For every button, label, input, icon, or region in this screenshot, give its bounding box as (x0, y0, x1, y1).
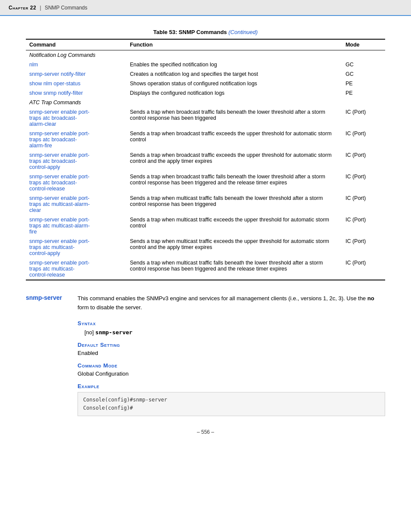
table-section-row: Notification Log Commands (26, 50, 385, 60)
table-row: show snmp notify-filterDisplays the conf… (26, 88, 385, 98)
command-cell: snmp-server enable port-traps atc broadc… (26, 129, 127, 150)
mode-heading: Command Mode (78, 362, 385, 369)
table-row: snmp-server enable port-traps atc broadc… (26, 107, 385, 129)
mode-cell: IC (Port) (342, 236, 385, 258)
command-cell: show snmp notify-filter (26, 88, 127, 98)
mode-cell: PE (342, 79, 385, 88)
header-separator: | (40, 4, 41, 11)
table-row: snmp-server notify-filterCreates a notif… (26, 69, 385, 79)
section-label: Notification Log Commands (26, 50, 385, 60)
mode-cell: IC (Port) (342, 150, 385, 172)
table-row: snmp-server enable port-traps atc multic… (26, 215, 385, 236)
snmp-server-section: snmp-server This command enables the SNM… (26, 294, 385, 416)
mode-cell: IC (Port) (342, 129, 385, 150)
table-row: snmp-server enable port-traps atc multic… (26, 236, 385, 258)
table-title-continued: (Continued) (228, 29, 258, 35)
command-cell: snmp-server enable port-traps atc multic… (26, 236, 127, 258)
syntax-block: [no] snmp-server (84, 329, 385, 336)
snmp-server-body: This command enables the SNMPv3 engine a… (78, 294, 385, 416)
syntax-command: snmp-server (95, 329, 132, 336)
syntax-optional: [no] (84, 329, 94, 336)
table-header-row: Command Function Mode (26, 39, 385, 50)
table-row: snmp-server enable port-traps atc multic… (26, 258, 385, 280)
table-row: snmp-server enable port-traps atc broadc… (26, 129, 385, 150)
example-heading: Example (78, 383, 385, 389)
section-label: ATC Trap Commands (26, 98, 385, 107)
table-title-bold: Table 53: SNMP Commands (153, 29, 227, 35)
mode-cell: IC (Port) (342, 193, 385, 215)
command-link[interactable]: snmp-server enable port-traps atc broadc… (29, 152, 90, 170)
function-cell: Creates a notification log and specifies… (127, 69, 342, 79)
col-header-function: Function (127, 39, 342, 50)
chapter-label: Chapter 22 (9, 5, 36, 11)
command-cell: snmp-server enable port-traps atc broadc… (26, 172, 127, 193)
command-cell: show nlm oper-status (26, 79, 127, 88)
command-link[interactable]: snmp-server notify-filter (29, 71, 86, 77)
table-row: nlmEnables the specified notification lo… (26, 60, 385, 69)
desc-bold: no (367, 295, 374, 302)
col-header-command: Command (26, 39, 127, 50)
mode-value: Global Configuration (78, 370, 385, 377)
header-title: SNMP Commands (45, 5, 87, 11)
command-cell: nlm (26, 60, 127, 69)
function-cell: Displays the configured notification log… (127, 88, 342, 98)
function-cell: Sends a trap when broadcast traffic fall… (127, 107, 342, 129)
command-link[interactable]: show snmp notify-filter (29, 90, 83, 96)
commands-table: Command Function Mode Notification Log C… (26, 39, 385, 280)
function-cell: Sends a trap when multicast traffic fall… (127, 193, 342, 215)
table-row: show nlm oper-statusShows operation stat… (26, 79, 385, 88)
function-cell: Sends a trap when broadcast traffic exce… (127, 129, 342, 150)
function-cell: Enables the specified notification log (127, 60, 342, 69)
page-content: Table 53: SNMP Commands (Continued) Comm… (0, 16, 411, 452)
command-cell: snmp-server notify-filter (26, 69, 127, 79)
command-cell: snmp-server enable port-traps atc broadc… (26, 107, 127, 129)
table-title: Table 53: SNMP Commands (Continued) (26, 29, 385, 35)
mode-cell: PE (342, 88, 385, 98)
function-cell: Sends a trap when multicast traffic exce… (127, 215, 342, 236)
function-cell: Sends a trap when multicast traffic exce… (127, 236, 342, 258)
table-section-row: ATC Trap Commands (26, 98, 385, 107)
table-row: snmp-server enable port-traps atc multic… (26, 193, 385, 215)
command-link[interactable]: show nlm oper-status (29, 81, 81, 87)
function-cell: Sends a trap when broadcast traffic fall… (127, 172, 342, 193)
snmp-server-keyword: snmp-server (26, 294, 69, 416)
mode-cell: IC (Port) (342, 172, 385, 193)
command-link[interactable]: snmp-server enable port-traps atc broadc… (29, 174, 90, 192)
command-link[interactable]: snmp-server enable port-traps atc multic… (29, 260, 90, 278)
snmp-server-description: This command enables the SNMPv3 engine a… (78, 294, 385, 312)
desc-end: form to disable the server. (78, 304, 142, 311)
command-link[interactable]: snmp-server enable port-traps atc broadc… (29, 131, 90, 149)
table-row: snmp-server enable port-traps atc broadc… (26, 172, 385, 193)
command-link[interactable]: snmp-server enable port-traps atc broadc… (29, 109, 90, 127)
function-cell: Sends a trap when multicast traffic fall… (127, 258, 342, 280)
command-link[interactable]: snmp-server enable port-traps atc multic… (29, 195, 90, 213)
default-heading: Default Setting (78, 342, 385, 348)
mode-cell: IC (Port) (342, 215, 385, 236)
mode-cell: GC (342, 60, 385, 69)
function-cell: Sends a trap when broadcast traffic exce… (127, 150, 342, 172)
command-link[interactable]: snmp-server enable port-traps atc multic… (29, 217, 90, 235)
function-cell: Shows operation status of configured not… (127, 79, 342, 88)
page-number: – 556 – (26, 429, 385, 435)
col-header-mode: Mode (342, 39, 385, 50)
command-link[interactable]: snmp-server enable port-traps atc multic… (29, 238, 90, 256)
syntax-heading: Syntax (78, 320, 385, 327)
table-row: snmp-server enable port-traps atc broadc… (26, 150, 385, 172)
mode-cell: GC (342, 69, 385, 79)
command-cell: snmp-server enable port-traps atc multic… (26, 215, 127, 236)
mode-cell: IC (Port) (342, 107, 385, 129)
page-header: Chapter 22 | SNMP Commands (0, 0, 411, 16)
command-cell: snmp-server enable port-traps atc multic… (26, 258, 127, 280)
command-link[interactable]: nlm (29, 62, 38, 68)
example-block: Console(config)#snmp-serverConsole(confi… (78, 392, 385, 416)
desc-start: This command enables the SNMPv3 engine a… (78, 295, 367, 302)
command-cell: snmp-server enable port-traps atc broadc… (26, 150, 127, 172)
default-value: Enabled (78, 350, 385, 356)
mode-cell: IC (Port) (342, 258, 385, 280)
command-cell: snmp-server enable port-traps atc multic… (26, 193, 127, 215)
